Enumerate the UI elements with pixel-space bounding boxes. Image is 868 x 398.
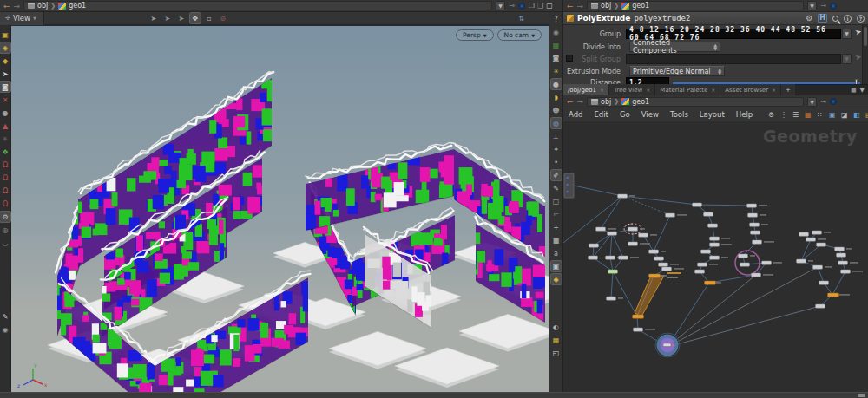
database-icon[interactable]: ▤ — [864, 110, 868, 120]
no-cam-button[interactable]: No cam▼ — [497, 29, 542, 41]
breadcrumb-node[interactable]: geo1 — [632, 98, 649, 106]
breadcrumb-root[interactable]: obj — [601, 98, 611, 106]
move-tool-icon[interactable]: ✥ — [190, 13, 201, 23]
points-display-icon[interactable]: • — [551, 157, 562, 167]
info-icon[interactable]: i — [844, 15, 852, 23]
cube-link-icon[interactable]: ❒ — [529, 2, 535, 10]
pen-icon[interactable]: ✎ — [551, 183, 562, 193]
breadcrumb-node[interactable]: geo1 — [69, 2, 86, 10]
network-graph-canvas[interactable] — [563, 121, 868, 392]
node-name-field[interactable]: polyextrude2 — [634, 14, 690, 23]
close-tab-icon[interactable]: × — [600, 87, 604, 93]
breadcrumb-root[interactable]: obj — [601, 2, 611, 10]
pane-tab-tree-view[interactable]: Tree View× — [609, 84, 655, 95]
snap-options-gear-icon[interactable]: ⚙ — [0, 212, 10, 222]
breadcrumb[interactable]: obj ❯ geo1 — [587, 1, 804, 10]
breadcrumb[interactable]: obj ❯ geo1 — [587, 97, 804, 107]
brush-tool-icon[interactable]: ✎ — [0, 311, 10, 322]
pin-pane-icon[interactable]: ⊸ — [820, 2, 826, 10]
menu-edit[interactable]: Edit — [594, 110, 608, 119]
frame-view-icon[interactable]: ◱ — [551, 348, 562, 358]
back-arrow-icon[interactable]: ← — [567, 2, 574, 10]
distance-slider-track[interactable] — [673, 82, 860, 84]
help-circle-icon[interactable]: ? — [551, 14, 562, 24]
box-select-icon[interactable]: ▫ — [204, 13, 214, 23]
snap-grid-magnet-icon[interactable]: Ω — [0, 160, 10, 170]
pane-menu-icon[interactable]: ▼ — [860, 87, 865, 94]
sort-columns-icon[interactable]: ⇅ — [516, 14, 526, 23]
normals-icon[interactable]: ⊥ — [551, 131, 562, 141]
pane-tab--obj-geo1[interactable]: /obj/geo1× — [563, 84, 609, 95]
secure-selection-lock-icon[interactable]: ◙ — [0, 82, 10, 92]
grid-display-icon[interactable]: ▦ — [551, 40, 562, 50]
tools-wrench-icon[interactable]: ⚙ — [766, 110, 776, 120]
distance-input[interactable]: 1.2 — [626, 77, 669, 84]
forward-arrow-icon[interactable]: → — [14, 2, 21, 10]
vectors-icon[interactable]: ✦ — [551, 144, 562, 154]
headlight-icon[interactable]: ☀ — [551, 66, 562, 76]
close-tab-icon[interactable]: × — [711, 87, 715, 93]
link-follow-icon[interactable] — [830, 98, 837, 105]
zoom-params-icon[interactable] — [832, 16, 838, 22]
pin-pane-icon[interactable]: ⊸ — [509, 2, 515, 10]
view-tab[interactable]: ✣ View ▼ — [0, 12, 44, 25]
current-tool-icon[interactable]: ◈ — [0, 42, 10, 53]
pane-chooser-icon[interactable]: ✣ — [5, 15, 10, 22]
path-dropdown-button[interactable]: ▼ — [807, 1, 817, 10]
split-group-input[interactable] — [626, 54, 841, 64]
menu-layout[interactable]: Layout — [700, 110, 725, 119]
breadcrumb-root[interactable]: obj — [37, 2, 48, 10]
network-editor[interactable]: Geometry — [563, 121, 868, 392]
new-tab-button[interactable]: + — [781, 84, 796, 95]
select-bundles-icon[interactable]: ❖ — [0, 147, 10, 157]
grid-yellow-icon[interactable]: ▦ — [551, 335, 562, 345]
back-arrow-icon[interactable]: ← — [567, 97, 574, 106]
snap-point-magnet-icon[interactable]: Ω — [0, 186, 10, 196]
select-prims-icon[interactable]: ▲ — [0, 121, 10, 131]
forward-arrow-icon[interactable]: → — [577, 2, 584, 10]
menu-tools[interactable]: Tools — [670, 110, 688, 119]
link-follow-icon[interactable] — [518, 3, 525, 10]
pane-layout-icon[interactable]: ▦ — [851, 87, 857, 94]
distance-slider-handle[interactable] — [855, 79, 858, 84]
palette-grid-icon[interactable]: ▦ — [803, 110, 812, 120]
param-scrollbar[interactable] — [862, 25, 868, 84]
menu-add[interactable]: Add — [569, 110, 582, 119]
import-objects-icon[interactable]: ▣ — [0, 29, 10, 40]
select-points-icon[interactable]: ✕ — [0, 95, 10, 105]
group-dropdown-button[interactable]: ▼ — [842, 29, 852, 39]
lock-handles-icon[interactable]: ◙ — [551, 53, 562, 63]
snap-depth-icon[interactable]: ◡ — [0, 238, 10, 248]
thumbnail-blue-icon[interactable]: ▣ — [827, 110, 837, 120]
path-dropdown-button[interactable]: ▼ — [496, 1, 505, 10]
list-view-icon[interactable]: ☰ — [791, 110, 800, 120]
cubes-link-icon[interactable]: ❑ — [537, 2, 543, 10]
snap-primitive-magnet-icon[interactable]: Ω — [0, 173, 10, 183]
select-detail-icon[interactable]: ✳ — [0, 134, 10, 144]
divide-into-select[interactable]: Connected Components ▲▼ — [629, 42, 720, 52]
gear-icon[interactable]: ⚙ — [806, 14, 812, 23]
menu-help[interactable]: Help — [736, 110, 753, 119]
group-input[interactable]: 4 8 12 16 20 24 28 32 36 40 44 48 52 56 … — [626, 29, 841, 39]
snap-circle-icon[interactable]: ◎ — [0, 225, 10, 235]
close-tab-icon[interactable]: × — [772, 87, 776, 93]
character-icon[interactable]: ☻ — [551, 105, 562, 115]
resize-grip-icon[interactable] — [858, 394, 865, 397]
extrusion-mode-select[interactable]: Primitive/Edge Normal ▲▼ — [629, 66, 725, 76]
thumbnail-gray-icon[interactable]: ◪ — [839, 110, 849, 120]
frame-link-icon[interactable]: ▢ — [546, 2, 553, 10]
tree-view-icon[interactable]: ⋮ — [779, 110, 788, 120]
pane-tab-asset-browser[interactable]: Asset Browser× — [720, 84, 781, 95]
thumbnail-lit-icon[interactable]: ◧ — [852, 110, 861, 120]
select-mode-1-icon[interactable]: ➤ — [148, 13, 159, 23]
scene-canvas[interactable]: yxz — [11, 26, 549, 392]
image-plane-icon[interactable]: ▣ — [551, 261, 562, 271]
draw-pencil-icon[interactable]: ✐ — [551, 170, 562, 180]
back-arrow-icon[interactable]: ← — [3, 2, 10, 10]
eye-icon[interactable]: ◉ — [551, 27, 562, 37]
select-arrow-icon[interactable]: ➤ — [0, 69, 10, 79]
hover-help-icon[interactable]: H — [818, 14, 827, 23]
camera-view-icon[interactable]: ▢ — [551, 196, 562, 206]
close-tab-icon[interactable]: × — [646, 87, 650, 93]
persp-camera-button[interactable]: Persp▼ — [456, 29, 493, 41]
